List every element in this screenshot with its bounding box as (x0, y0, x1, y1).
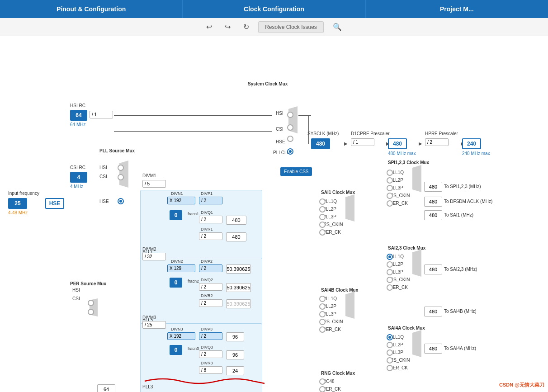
divm3-select[interactable]: / 25/ 1 (142, 321, 166, 329)
sai23-r3[interactable] (387, 269, 393, 275)
sai1-r2[interactable] (319, 206, 326, 213)
divn3-select[interactable]: X 192X 100 (167, 332, 195, 340)
sai4b-r2[interactable] (319, 303, 326, 310)
divm1-select[interactable]: / 5/ 1/ 2 (142, 180, 166, 188)
sai4b-r1[interactable] (319, 296, 326, 302)
red-annotation-curve (140, 374, 267, 388)
divp2-label: DIVP2 (201, 259, 213, 264)
divp3-select[interactable]: / 2/ 4 (199, 332, 222, 340)
sai4b-r5[interactable] (319, 326, 326, 333)
tab-project[interactable]: Project M... (366, 0, 548, 18)
rng-r2[interactable] (319, 386, 326, 392)
divn2-label: DIVN2 (171, 259, 183, 264)
sai23-r4[interactable] (387, 277, 393, 283)
rng-r1[interactable] (319, 378, 326, 385)
sai1-r3[interactable] (319, 214, 326, 220)
divr3-select[interactable]: / 8/ 4 (199, 366, 222, 374)
sai23-r2[interactable] (387, 261, 393, 268)
divq3-out: 96 (226, 350, 244, 359)
divp3-out: 96 (226, 332, 244, 341)
refresh-button[interactable]: ↻ (240, 21, 253, 33)
per-source-mux-label: PER Source Mux (70, 281, 106, 286)
to-sai4b: To SAI4B (MHz) (444, 309, 477, 314)
per-out-64: 64 (97, 384, 115, 392)
pll-src-hse[interactable] (118, 198, 124, 204)
spi-r2[interactable] (387, 177, 393, 184)
sys-mux-radio-pll[interactable] (287, 148, 293, 155)
sai4b-out: 480 (424, 307, 442, 316)
resolve-clock-button[interactable]: Resolve Clock Issues (258, 21, 324, 33)
sai4a-r5[interactable] (387, 365, 393, 371)
spi-r1[interactable] (387, 170, 393, 176)
to-spi123: To SPI1,2,3 (MHz) (444, 184, 481, 189)
sai1-r4[interactable] (319, 222, 326, 228)
undo-button[interactable]: ↩ (203, 21, 216, 33)
hpre-arrow (408, 144, 419, 144)
spi123-label: SPI1,2,3 Clock Mux (388, 160, 429, 165)
divq1-label: DIVQ1 (201, 210, 213, 215)
enable-css-button[interactable]: Enable CSS (280, 167, 312, 176)
divp1-select[interactable]: / 2/ 4 (199, 197, 222, 204)
hsi-mhz-label: 64 MHz (70, 122, 85, 127)
spi-r4[interactable] (387, 193, 393, 199)
divp1-label: DIVP1 (201, 191, 213, 196)
search-button[interactable]: 🔍 (329, 21, 345, 33)
divn2-select[interactable]: X 129X 100 (167, 264, 195, 272)
sai4a-r1[interactable] (387, 334, 393, 340)
hsi-div-select[interactable]: / 1/ 2/ 4 (90, 111, 113, 118)
sai4a-out: 480 (424, 344, 442, 354)
hpre-label: HPRE Prescaler (425, 131, 458, 136)
redo-button[interactable]: ↪ (221, 21, 234, 33)
sai4b-r4[interactable] (319, 319, 326, 325)
divr3-out: 24 (226, 366, 244, 375)
sai4b-mux-shape (345, 292, 354, 319)
divr1-select[interactable]: / 2/ 4 (199, 232, 222, 240)
d1cpre-select[interactable]: / 1/ 2 (351, 138, 374, 146)
tab-clock[interactable]: Clock Configuration (183, 0, 365, 18)
sai23-r1[interactable] (387, 254, 393, 260)
top-nav: Pinout & Configuration Clock Configurati… (0, 0, 548, 18)
divn1-select[interactable]: X 192X 100 (167, 197, 195, 204)
spi-r5[interactable] (387, 200, 393, 207)
input-freq-range: 4-48 MHz (8, 210, 28, 215)
sai4a-r4[interactable] (387, 357, 393, 364)
per-src-csi[interactable] (88, 309, 94, 315)
fracn1-box: 0 (170, 210, 182, 220)
divr2-out: 50.390625 (226, 299, 251, 308)
sai1-i2s: I2S_CKIN (323, 222, 343, 227)
divr2-select[interactable]: / 2/ 4 (199, 299, 222, 307)
fracn1-label: fracn1 (188, 212, 199, 216)
sai1-r1[interactable] (319, 198, 326, 205)
sai23-out: 480 (424, 264, 442, 274)
spi-r3[interactable] (387, 185, 393, 191)
divm2-select[interactable]: / 32/ 1 (142, 253, 166, 260)
hpre-select[interactable]: / 2/ 1 (425, 138, 449, 146)
tab-pinout[interactable]: Pinout & Configuration (0, 0, 183, 18)
fracn2-label: fracn2 (188, 279, 199, 283)
sys-mux-radio-hse[interactable] (287, 136, 293, 142)
to-sai1: To SAI1 (MHz) (444, 213, 473, 217)
pll-src-csi[interactable] (118, 174, 124, 180)
sai23-r5[interactable] (387, 284, 393, 291)
sai4a-r2[interactable] (387, 342, 393, 348)
d1cpre-max: 480 MHz max (388, 151, 416, 156)
pll-src-hsi[interactable] (118, 165, 124, 171)
divp2-select[interactable]: / 2/ 4 (199, 264, 222, 272)
csi-value-box: 4 (70, 172, 87, 183)
to-sai4a: To SAI4A (MHz) (444, 346, 476, 351)
sys-mux-radio-hsi[interactable] (287, 112, 293, 118)
sysclk-value: 480 (311, 138, 330, 149)
sai4a-label: SAI4A Clock Mux (388, 326, 425, 331)
sai23-label: SAI2,3 Clock Mux (388, 246, 425, 250)
sys-out-to-sysclk (298, 115, 308, 116)
sys-mux-radio-csi[interactable] (287, 124, 293, 131)
divq3-select[interactable]: / 2/ 4 (199, 350, 222, 358)
per-src-hsi[interactable] (88, 300, 94, 306)
sai4b-r3[interactable] (319, 311, 326, 317)
sai1-r5[interactable] (319, 229, 326, 236)
divq1-select[interactable]: / 2/ 4 (199, 216, 222, 223)
divq2-select[interactable]: / 2/ 4 (199, 283, 222, 291)
divp3-label: DIVP3 (201, 327, 213, 331)
sai4a-r3[interactable] (387, 349, 393, 356)
fracn2-box: 0 (170, 278, 182, 288)
